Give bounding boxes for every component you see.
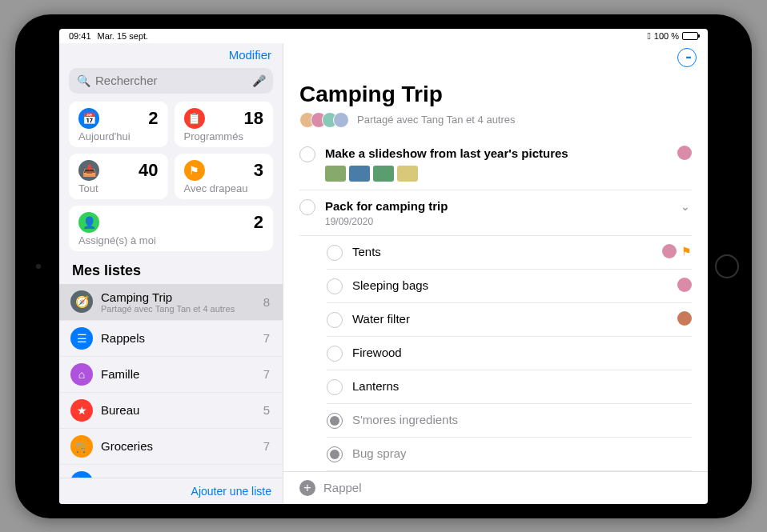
assignee-avatar bbox=[677, 278, 692, 292]
add-reminder-label: Rappel bbox=[323, 481, 362, 494]
smart-card-assign-s-moi[interactable]: 👤2Assigné(s) à moi bbox=[69, 206, 273, 251]
assignee-avatar bbox=[677, 146, 692, 160]
battery-percent: 100 % bbox=[654, 31, 679, 41]
smart-icon: 📥 bbox=[78, 160, 99, 181]
list-name: Groceries bbox=[101, 439, 255, 453]
search-icon: 🔍 bbox=[77, 74, 90, 87]
add-list-button[interactable]: Ajouter une liste bbox=[191, 485, 271, 498]
my-lists-heading: Mes listes bbox=[59, 251, 283, 284]
list-item-rappels[interactable]: ☰Rappels7 bbox=[59, 321, 283, 357]
complete-toggle[interactable] bbox=[327, 312, 343, 328]
list-icon: 🛒 bbox=[70, 435, 93, 458]
add-reminder-button[interactable]: + Rappel bbox=[283, 471, 708, 504]
reminder-row[interactable]: Firewood bbox=[327, 337, 692, 370]
list-item-groceries[interactable]: 🛒Groceries7 bbox=[59, 429, 283, 465]
smart-count: 40 bbox=[139, 160, 158, 181]
assignee-avatar bbox=[677, 311, 692, 326]
more-button[interactable]: ··· bbox=[677, 48, 697, 67]
complete-toggle[interactable] bbox=[327, 379, 343, 395]
avatar bbox=[333, 112, 349, 128]
list-item-famille[interactable]: ⌂Famille7 bbox=[59, 357, 283, 393]
smart-label: Programmés bbox=[184, 130, 264, 142]
list-name: Famille bbox=[101, 367, 255, 381]
edit-button[interactable]: Modifier bbox=[229, 48, 271, 62]
search-input[interactable] bbox=[95, 74, 247, 87]
reminder-row[interactable]: Pack for camping trip19/09/2020⌄ bbox=[299, 190, 692, 236]
list-icon: 🧭 bbox=[70, 290, 93, 313]
plus-icon: + bbox=[299, 480, 315, 496]
list-title: Camping Trip bbox=[283, 72, 708, 110]
main-pane: ··· Camping Trip Partagé avec Tang Tan e… bbox=[283, 43, 708, 504]
ipad-frame: 09:41 Mar. 15 sept. 􀙇 100 % Modifier 🔍 🎤 bbox=[15, 14, 752, 518]
status-date: Mar. 15 sept. bbox=[98, 31, 149, 41]
complete-toggle[interactable] bbox=[299, 199, 315, 215]
smart-count: 2 bbox=[254, 212, 263, 233]
chevron-down-icon[interactable]: ⌄ bbox=[679, 198, 692, 214]
thumb bbox=[397, 166, 418, 182]
list-name: Rappels bbox=[101, 331, 255, 345]
complete-toggle[interactable] bbox=[327, 446, 343, 462]
reminder-title: Pack for camping trip bbox=[325, 198, 669, 214]
list-subtitle: Partagé avec Tang Tan et 4 autres bbox=[101, 304, 255, 314]
flag-icon: ⚑ bbox=[681, 245, 692, 258]
assignee-avatar bbox=[662, 244, 677, 258]
reminder-title: Lanterns bbox=[352, 378, 682, 394]
reminder-title: Tents bbox=[352, 244, 653, 260]
list-item-bureau[interactable]: ★Bureau5 bbox=[59, 393, 283, 429]
smart-card-aujourd-hui[interactable]: 📅2Aujourd'hui bbox=[69, 102, 168, 147]
reminder-row[interactable]: Bug spray bbox=[327, 438, 692, 471]
screen: 09:41 Mar. 15 sept. 􀙇 100 % Modifier 🔍 🎤 bbox=[59, 29, 708, 504]
smart-icon: ⚑ bbox=[184, 160, 205, 181]
list-item-camping-trip[interactable]: 🧭Camping TripPartagé avec Tang Tan et 4 … bbox=[59, 284, 283, 321]
reminder-row[interactable]: Water filter bbox=[327, 303, 692, 337]
smart-card-programm-s[interactable]: 📋18Programmés bbox=[175, 102, 274, 147]
battery-icon bbox=[682, 32, 698, 40]
complete-toggle[interactable] bbox=[327, 413, 343, 429]
list-icon: 🔖 bbox=[70, 471, 93, 478]
smart-icon: 📅 bbox=[78, 108, 99, 129]
complete-toggle[interactable] bbox=[327, 245, 343, 261]
reminder-date: 19/09/2020 bbox=[325, 216, 669, 227]
smart-icon: 📋 bbox=[184, 108, 205, 129]
share-info[interactable]: Partagé avec Tang Tan et 4 autres bbox=[283, 110, 708, 138]
list-count: 7 bbox=[263, 331, 270, 345]
attachment-thumbs[interactable] bbox=[325, 166, 668, 182]
list-count: 5 bbox=[263, 403, 270, 417]
reminder-row[interactable]: Tents⚑ bbox=[327, 236, 692, 270]
status-bar: 09:41 Mar. 15 sept. 􀙇 100 % bbox=[59, 29, 708, 43]
list-item-book-club[interactable]: 🔖Book Club2 bbox=[59, 465, 283, 478]
mic-icon[interactable]: 🎤 bbox=[252, 74, 266, 87]
list-icon: ☰ bbox=[70, 327, 93, 350]
list-icon: ★ bbox=[70, 399, 93, 422]
status-time: 09:41 bbox=[69, 31, 91, 41]
share-text: Partagé avec Tang Tan et 4 autres bbox=[357, 114, 516, 126]
sidebar: Modifier 🔍 🎤 📅2Aujourd'hui📋18Programmés📥… bbox=[59, 43, 283, 504]
reminder-row[interactable]: S'mores ingredients bbox=[327, 404, 692, 438]
smart-card-tout[interactable]: 📥40Tout bbox=[69, 154, 168, 199]
reminder-title: Firewood bbox=[352, 345, 682, 361]
thumb bbox=[349, 166, 370, 182]
list-name: Camping Trip bbox=[101, 290, 255, 304]
complete-toggle[interactable] bbox=[327, 346, 343, 362]
smart-label: Avec drapeau bbox=[184, 182, 264, 194]
reminder-title: S'mores ingredients bbox=[352, 412, 682, 428]
list-icon: ⌂ bbox=[70, 363, 93, 386]
reminder-row[interactable]: Lanterns bbox=[327, 370, 692, 404]
smart-count: 18 bbox=[244, 108, 263, 129]
list-name: Bureau bbox=[101, 403, 255, 417]
complete-toggle[interactable] bbox=[327, 278, 343, 294]
camera-dot bbox=[36, 264, 41, 269]
reminder-title: Sleeping bags bbox=[352, 278, 668, 294]
search-field[interactable]: 🔍 🎤 bbox=[69, 68, 273, 94]
reminder-row[interactable]: Make a slideshow from last year's pictur… bbox=[299, 138, 692, 191]
home-button[interactable] bbox=[715, 254, 739, 278]
smart-count: 2 bbox=[148, 108, 158, 129]
smart-label: Assigné(s) à moi bbox=[78, 234, 263, 246]
smart-label: Aujourd'hui bbox=[78, 130, 159, 142]
smart-card-avec-drapeau[interactable]: ⚑3Avec drapeau bbox=[175, 154, 274, 199]
reminder-row[interactable]: Sleeping bags bbox=[327, 270, 692, 303]
reminder-title: Bug spray bbox=[352, 446, 682, 462]
complete-toggle[interactable] bbox=[299, 146, 315, 162]
reminder-title: Make a slideshow from last year's pictur… bbox=[325, 146, 668, 162]
reminder-title: Water filter bbox=[352, 311, 668, 327]
